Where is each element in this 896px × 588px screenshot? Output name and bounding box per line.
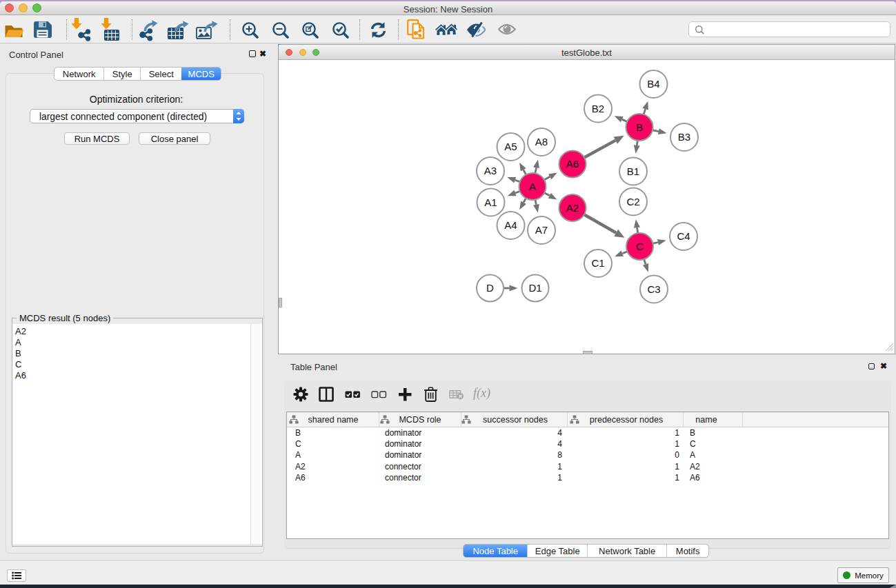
svg-text:A: A (529, 181, 536, 192)
svg-text:C: C (636, 241, 644, 252)
svg-text:A7: A7 (535, 224, 548, 236)
svg-text:A5: A5 (504, 141, 517, 152)
svg-text:A3: A3 (484, 165, 497, 176)
svg-text:B2: B2 (592, 103, 604, 114)
svg-text:D1: D1 (528, 282, 541, 294)
svg-text:C1: C1 (591, 257, 604, 269)
svg-text:B3: B3 (678, 131, 690, 143)
svg-text:D: D (486, 282, 494, 294)
svg-text:B: B (636, 121, 643, 133)
svg-text:C2: C2 (626, 196, 639, 207)
svg-text:B1: B1 (627, 165, 639, 177)
svg-text:B4: B4 (647, 78, 659, 90)
svg-text:C3: C3 (647, 283, 660, 295)
svg-text:C4: C4 (677, 230, 690, 242)
svg-text:A8: A8 (535, 136, 548, 148)
svg-text:A6: A6 (566, 158, 579, 170)
svg-text:A1: A1 (484, 196, 497, 208)
svg-text:A2: A2 (566, 202, 579, 214)
svg-text:A4: A4 (504, 219, 517, 231)
